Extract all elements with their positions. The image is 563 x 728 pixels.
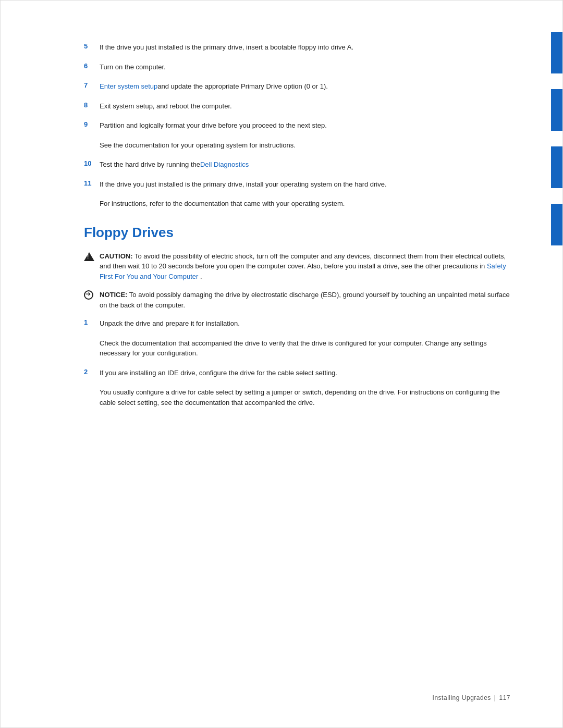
right-tab-1 <box>551 32 562 73</box>
enter-system-setup-link[interactable]: Enter system setup <box>100 82 157 90</box>
step-11-num: 11 <box>84 179 100 187</box>
step-7-num: 7 <box>84 81 100 89</box>
footer-page-num: 117 <box>499 694 510 701</box>
triangle-warning-icon <box>84 252 94 261</box>
step-9-sub: See the documentation for your operating… <box>100 140 510 151</box>
step-7-text-after: and update the appropriate Primary Drive… <box>157 82 328 90</box>
right-tabs <box>551 32 562 245</box>
notice-block: NOTICE: To avoid possibly damaging the d… <box>84 290 510 310</box>
caution-body: To avoid the possibility of electric sho… <box>100 252 506 270</box>
dell-diagnostics-link[interactable]: Dell Diagnostics <box>200 161 249 168</box>
step-5: 5 If the drive you just installed is the… <box>84 42 510 53</box>
step-8-text: Exit system setup, and reboot the comput… <box>100 101 510 112</box>
step-6-num: 6 <box>84 62 100 70</box>
step-11-text: If the drive you just installed is the p… <box>100 179 510 190</box>
step-10-text-before: Test the hard drive by running the <box>100 161 200 168</box>
caution-block: CAUTION: To avoid the possibility of ele… <box>84 251 510 282</box>
page: 5 If the drive you just installed is the… <box>0 0 563 728</box>
step-7-text: Enter system setupand update the appropr… <box>100 81 510 92</box>
floppy-step-2-sub: You usually configure a drive for cable … <box>100 387 510 408</box>
main-content: 5 If the drive you just installed is the… <box>84 42 510 408</box>
caution-text-after: . <box>198 273 202 280</box>
right-tab-4 <box>551 204 562 245</box>
footer-separator: | <box>494 694 496 701</box>
step-8: 8 Exit system setup, and reboot the comp… <box>84 101 510 112</box>
step-9: 9 Partition and logically format your dr… <box>84 120 510 131</box>
step-9-text: Partition and logically format your driv… <box>100 120 510 131</box>
right-tab-2 <box>551 89 562 131</box>
page-footer: Installing Upgrades|117 <box>433 694 510 701</box>
footer-label: Installing Upgrades <box>433 694 491 701</box>
step-11: 11 If the drive you just installed is th… <box>84 179 510 190</box>
step-5-num: 5 <box>84 42 100 50</box>
step-10: 10 Test the hard drive by running theDel… <box>84 159 510 170</box>
notice-text: NOTICE: To avoid possibly damaging the d… <box>100 290 510 310</box>
floppy-step-2-num: 2 <box>84 368 100 376</box>
floppy-step-2-text: If you are installing an IDE drive, conf… <box>100 368 510 378</box>
caution-icon <box>84 251 100 263</box>
floppy-drives-title: Floppy Drives <box>84 225 510 241</box>
floppy-step-1-text: Unpack the drive and prepare it for inst… <box>100 318 510 329</box>
step-5-text: If the drive you just installed is the p… <box>100 42 510 53</box>
floppy-step-1-sub: Check the documentation that accompanied… <box>100 338 510 359</box>
step-8-num: 8 <box>84 101 100 109</box>
step-7: 7 Enter system setupand update the appro… <box>84 81 510 92</box>
floppy-step-1-num: 1 <box>84 318 100 326</box>
step-10-text: Test the hard drive by running theDell D… <box>100 159 510 170</box>
step-6: 6 Turn on the computer. <box>84 62 510 72</box>
floppy-step-2: 2 If you are installing an IDE drive, co… <box>84 368 510 378</box>
caution-label: CAUTION: <box>100 252 133 260</box>
caution-text: CAUTION: To avoid the possibility of ele… <box>100 251 510 282</box>
notice-body: To avoid possibly damaging the drive by … <box>100 291 510 309</box>
notice-circle-icon <box>84 290 93 300</box>
notice-icon <box>84 290 100 302</box>
floppy-step-1: 1 Unpack the drive and prepare it for in… <box>84 318 510 329</box>
step-9-num: 9 <box>84 120 100 128</box>
step-11-sub: For instructions, refer to the documenta… <box>100 199 510 209</box>
step-6-text: Turn on the computer. <box>100 62 510 72</box>
step-10-num: 10 <box>84 159 100 167</box>
notice-label: NOTICE: <box>100 291 127 299</box>
right-tab-3 <box>551 146 562 188</box>
